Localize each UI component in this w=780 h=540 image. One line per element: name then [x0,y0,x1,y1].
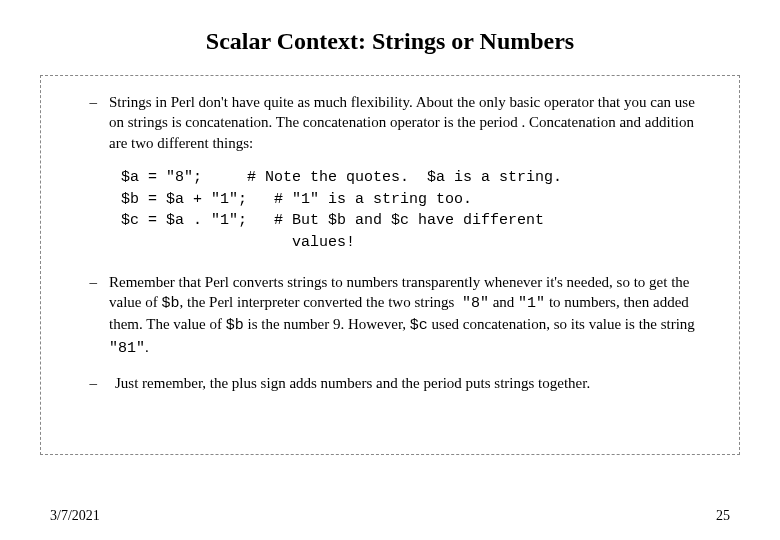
b2-var3: $c [410,317,428,334]
b2-mid3: is the number 9. However, [244,316,410,332]
bullet-dash: – [71,373,109,393]
content-box: – Strings in Perl don't have quite as mu… [40,75,740,455]
footer-page: 25 [716,508,730,524]
page-title: Scalar Context: Strings or Numbers [40,28,740,55]
code-block: $a = "8"; # Note the quotes. $a is a str… [121,167,709,254]
b2-mid1: , the Perl interpreter converted the two… [180,294,459,310]
b2-eight: "8" [462,295,489,312]
footer: 3/7/2021 25 [50,508,730,524]
b2-var2: $b [226,317,244,334]
bullet-dash: – [71,92,109,153]
bullet-item-3: – Just remember, the plus sign adds numb… [71,373,709,393]
bullet-text-2: Remember that Perl converts strings to n… [109,272,709,359]
bullet-text-1: Strings in Perl don't have quite as much… [109,92,709,153]
b2-mid4: used concatenation, so its value is the … [428,316,695,332]
b2-eightyone: "81" [109,340,145,357]
footer-date: 3/7/2021 [50,508,100,524]
bullet-item-1: – Strings in Perl don't have quite as mu… [71,92,709,153]
b2-one: "1" [518,295,545,312]
b2-var1: $b [161,295,179,312]
b2-and: and [489,294,518,310]
bullet-dash: – [71,272,109,359]
bullet-text-3: Just remember, the plus sign adds number… [109,373,709,393]
b2-end: . [145,339,149,355]
bullet-item-2: – Remember that Perl converts strings to… [71,272,709,359]
slide: Scalar Context: Strings or Numbers – Str… [0,0,780,540]
